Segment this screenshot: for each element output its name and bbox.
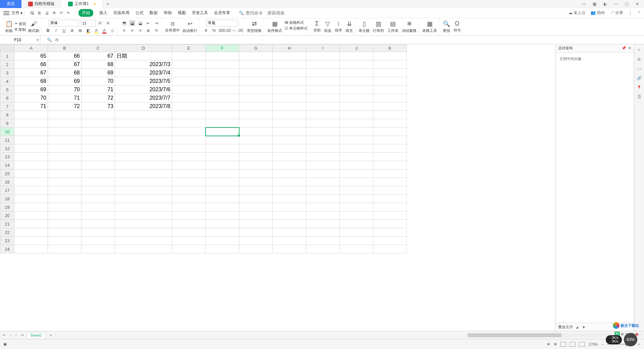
cell-A21[interactable] [14,220,48,228]
cell-C13[interactable] [82,153,115,161]
cell-K7[interactable] [373,102,407,111]
cell-C10[interactable] [82,128,115,136]
ribbon-tab-formulas[interactable]: 公式 [136,10,144,16]
cell-style-button[interactable]: ◫单元格样式 [285,26,308,31]
sheet-nav-last-icon[interactable]: ⇥ [19,333,24,337]
cell-F14[interactable] [206,161,239,169]
hamburger-menu-button[interactable] [3,11,9,15]
cell-J24[interactable] [340,245,373,253]
cell-K12[interactable] [373,144,407,153]
row-header-7[interactable]: 7 [0,102,14,111]
cell-D20[interactable] [115,211,172,220]
cell-J20[interactable] [340,211,373,220]
cell-G4[interactable] [239,77,273,86]
record-icon[interactable]: ▣ [3,342,7,346]
cell-D9[interactable] [115,119,172,128]
cell-G2[interactable] [239,60,273,69]
cell-E19[interactable] [172,203,206,211]
layout-rail-icon[interactable]: ▭ [637,66,641,71]
view-break-button[interactable] [579,342,585,347]
cell-K10[interactable] [373,128,407,136]
cell-I14[interactable] [306,161,340,169]
col-header-G[interactable]: G [239,45,273,52]
cell-D3[interactable]: 2023/7/4 [115,69,172,77]
format-painter-button[interactable]: 🖌格式刷 [28,20,39,33]
cell-C12[interactable] [82,144,115,153]
cell-J4[interactable] [340,77,373,86]
cell-B9[interactable] [48,119,82,128]
cell-J10[interactable] [340,128,373,136]
cell-D5[interactable]: 2023/7/6 [115,86,172,94]
cell-G3[interactable] [239,69,273,77]
row-header-2[interactable]: 2 [0,60,14,69]
cell-B12[interactable] [48,144,82,153]
add-sheet-button[interactable]: + [48,333,54,338]
indent-increase-icon[interactable]: ⇥ [153,20,159,26]
cell-G19[interactable] [239,203,273,211]
cell-H21[interactable] [273,220,306,228]
cell-I8[interactable] [306,111,340,119]
cell-F17[interactable] [206,186,239,195]
cell-F1[interactable] [206,52,239,60]
ribbon-tab-dev[interactable]: 开发工具 [192,10,208,16]
cell-K6[interactable] [373,94,407,102]
cell-E3[interactable] [172,69,206,77]
cell-E22[interactable] [172,228,206,237]
grid-apps-icon[interactable]: ▦ [591,1,598,7]
redo-icon[interactable]: ↷ [66,11,70,15]
cell-A1[interactable]: 65 [14,52,48,60]
cell-C21[interactable] [82,220,115,228]
cell-J9[interactable] [340,119,373,128]
cell-F9[interactable] [206,119,239,128]
row-header-23[interactable]: 23 [0,237,14,245]
cell-G11[interactable] [239,136,273,144]
cell-I10[interactable] [306,128,340,136]
layout-icon[interactable]: ▭ [580,1,587,7]
row-header-14[interactable]: 14 [0,161,14,169]
cell-C18[interactable] [82,195,115,203]
cell-I22[interactable] [306,228,340,237]
cell-F6[interactable] [206,94,239,102]
cell-A2[interactable]: 66 [14,60,48,69]
cell-B15[interactable] [48,169,82,178]
window-minimize-button[interactable]: — [612,1,619,7]
align-left-icon[interactable]: ≡ [121,28,127,34]
cell-K21[interactable] [373,220,407,228]
border-button[interactable]: ⊞ [77,28,83,34]
cell-D8[interactable] [115,111,172,119]
cell-H6[interactable] [273,94,306,102]
table-style-button[interactable]: ▤表格样式 [285,20,308,25]
location-icon[interactable]: 📍 [637,85,642,90]
cell-F23[interactable] [206,237,239,245]
sum-button[interactable]: Σ求和 [313,20,321,33]
cell-K11[interactable] [373,136,407,144]
cell-G20[interactable] [239,211,273,220]
decrease-decimal-icon[interactable]: ←.00 [235,28,241,34]
view-page-button[interactable] [570,342,576,347]
col-header-D[interactable]: D [115,45,172,52]
cell-E2[interactable] [172,60,206,69]
cell-B5[interactable]: 70 [48,86,82,94]
align-bottom-icon[interactable]: ⬓ [137,20,143,26]
cell-I4[interactable] [306,77,340,86]
cell-K5[interactable] [373,86,407,94]
cell-F4[interactable] [206,77,239,86]
sheet-nav-first-icon[interactable]: ⇤ [2,333,7,337]
sheet-button[interactable]: ▤工作表 [387,20,398,33]
cell-H11[interactable] [273,136,306,144]
underline-button[interactable]: U [61,28,67,34]
row-header-20[interactable]: 20 [0,211,14,220]
cell-C14[interactable] [82,161,115,169]
cell-E8[interactable] [172,111,206,119]
cell-A15[interactable] [14,169,48,178]
cell-J3[interactable] [340,69,373,77]
tab-home[interactable]: 首页 [0,0,21,8]
cell-I6[interactable] [306,94,340,102]
cell-B18[interactable] [48,195,82,203]
cell-H3[interactable] [273,69,306,77]
cell-I2[interactable] [306,60,340,69]
fill-button[interactable]: ⇊填充 [345,20,353,33]
memory-percent[interactable]: 63% [624,333,637,346]
cell-C8[interactable] [82,111,115,119]
cell-H9[interactable] [273,119,306,128]
